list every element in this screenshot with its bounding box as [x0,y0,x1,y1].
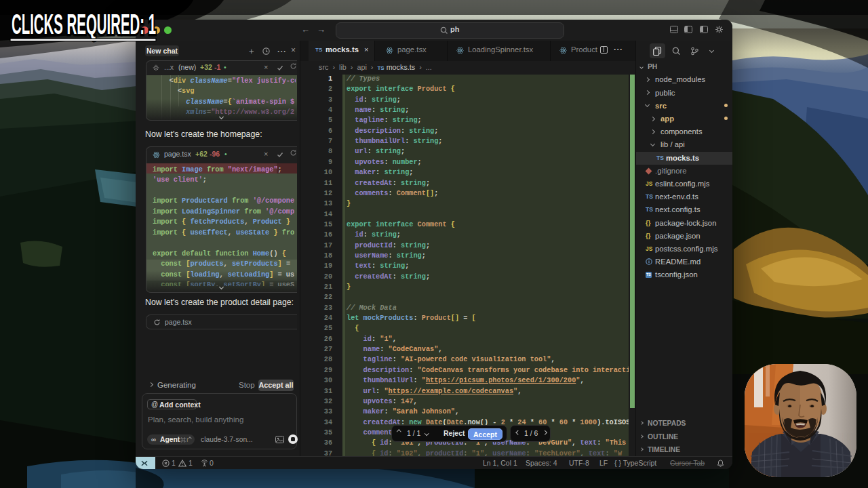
svg-text:CLICKS REQUIRED: 1: CLICKS REQUIRED: 1 [12,8,156,40]
